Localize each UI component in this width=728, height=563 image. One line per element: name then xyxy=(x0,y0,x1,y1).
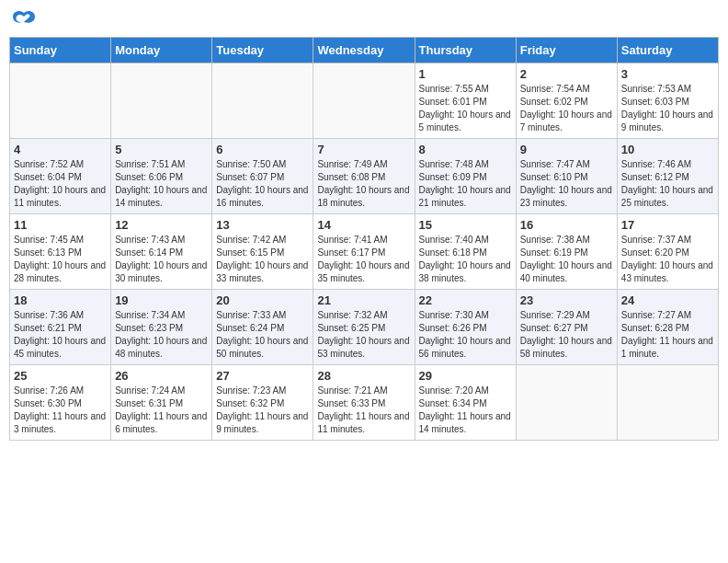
calendar-header-saturday: Saturday xyxy=(617,38,718,63)
day-number: 3 xyxy=(621,67,714,81)
calendar-day-cell: 5Sunrise: 7:51 AM Sunset: 6:06 PM Daylig… xyxy=(111,139,212,214)
day-number: 15 xyxy=(419,218,512,232)
day-number: 4 xyxy=(14,143,107,156)
day-number: 17 xyxy=(621,218,714,232)
logo-bird-icon xyxy=(11,9,37,29)
calendar-day-cell: 11Sunrise: 7:45 AM Sunset: 6:13 PM Dayli… xyxy=(10,214,111,290)
calendar-day-cell: 29Sunrise: 7:20 AM Sunset: 6:34 PM Dayli… xyxy=(415,365,516,441)
day-info: Sunrise: 7:42 AM Sunset: 6:15 PM Dayligh… xyxy=(216,234,309,285)
day-info: Sunrise: 7:54 AM Sunset: 6:02 PM Dayligh… xyxy=(520,83,613,134)
day-number: 26 xyxy=(115,369,208,383)
calendar-week-row: 18Sunrise: 7:36 AM Sunset: 6:21 PM Dayli… xyxy=(10,290,719,365)
day-number: 9 xyxy=(520,143,613,156)
day-number: 28 xyxy=(317,369,410,383)
calendar-day-cell: 17Sunrise: 7:37 AM Sunset: 6:20 PM Dayli… xyxy=(617,214,718,290)
calendar-header-row: SundayMondayTuesdayWednesdayThursdayFrid… xyxy=(10,38,719,63)
day-number: 23 xyxy=(520,293,613,307)
day-info: Sunrise: 7:38 AM Sunset: 6:19 PM Dayligh… xyxy=(520,234,613,285)
day-info: Sunrise: 7:55 AM Sunset: 6:01 PM Dayligh… xyxy=(419,83,512,134)
calendar-day-cell: 10Sunrise: 7:46 AM Sunset: 6:12 PM Dayli… xyxy=(617,139,718,214)
calendar-header-thursday: Thursday xyxy=(415,38,516,63)
day-number: 20 xyxy=(216,293,309,307)
calendar-day-cell: 12Sunrise: 7:43 AM Sunset: 6:14 PM Dayli… xyxy=(111,214,212,290)
calendar-day-cell: 28Sunrise: 7:21 AM Sunset: 6:33 PM Dayli… xyxy=(313,365,415,441)
day-info: Sunrise: 7:40 AM Sunset: 6:18 PM Dayligh… xyxy=(419,234,512,285)
calendar-day-cell: 24Sunrise: 7:27 AM Sunset: 6:28 PM Dayli… xyxy=(617,290,718,365)
day-info: Sunrise: 7:37 AM Sunset: 6:20 PM Dayligh… xyxy=(621,234,714,285)
day-number: 27 xyxy=(216,369,309,383)
calendar-day-cell: 15Sunrise: 7:40 AM Sunset: 6:18 PM Dayli… xyxy=(415,214,516,290)
calendar-day-cell: 2Sunrise: 7:54 AM Sunset: 6:02 PM Daylig… xyxy=(516,63,617,139)
logo xyxy=(9,9,37,29)
calendar-day-cell: 19Sunrise: 7:34 AM Sunset: 6:23 PM Dayli… xyxy=(111,290,212,365)
calendar-week-row: 1Sunrise: 7:55 AM Sunset: 6:01 PM Daylig… xyxy=(10,63,719,139)
day-number: 6 xyxy=(216,143,309,156)
day-number: 25 xyxy=(14,369,107,383)
day-info: Sunrise: 7:33 AM Sunset: 6:24 PM Dayligh… xyxy=(216,309,309,361)
calendar-day-cell: 6Sunrise: 7:50 AM Sunset: 6:07 PM Daylig… xyxy=(212,139,313,214)
calendar-header-wednesday: Wednesday xyxy=(313,38,415,63)
day-info: Sunrise: 7:36 AM Sunset: 6:21 PM Dayligh… xyxy=(14,309,107,361)
day-info: Sunrise: 7:29 AM Sunset: 6:27 PM Dayligh… xyxy=(520,309,613,361)
calendar-day-cell xyxy=(10,63,111,139)
calendar-day-cell: 25Sunrise: 7:26 AM Sunset: 6:30 PM Dayli… xyxy=(10,365,111,441)
calendar-day-cell xyxy=(111,63,212,139)
calendar-day-cell: 16Sunrise: 7:38 AM Sunset: 6:19 PM Dayli… xyxy=(516,214,617,290)
calendar-header-sunday: Sunday xyxy=(10,38,111,63)
day-info: Sunrise: 7:30 AM Sunset: 6:26 PM Dayligh… xyxy=(419,309,512,361)
day-info: Sunrise: 7:26 AM Sunset: 6:30 PM Dayligh… xyxy=(14,385,107,436)
calendar-day-cell: 9Sunrise: 7:47 AM Sunset: 6:10 PM Daylig… xyxy=(516,139,617,214)
calendar-day-cell: 3Sunrise: 7:53 AM Sunset: 6:03 PM Daylig… xyxy=(617,63,718,139)
day-number: 13 xyxy=(216,218,309,232)
day-info: Sunrise: 7:50 AM Sunset: 6:07 PM Dayligh… xyxy=(216,158,309,210)
day-number: 2 xyxy=(520,67,613,81)
day-number: 21 xyxy=(317,293,410,307)
day-info: Sunrise: 7:51 AM Sunset: 6:06 PM Dayligh… xyxy=(115,158,208,210)
calendar-day-cell xyxy=(617,365,718,441)
day-info: Sunrise: 7:23 AM Sunset: 6:32 PM Dayligh… xyxy=(216,385,309,436)
day-number: 7 xyxy=(317,143,410,156)
day-number: 24 xyxy=(621,293,714,307)
day-info: Sunrise: 7:27 AM Sunset: 6:28 PM Dayligh… xyxy=(621,309,714,361)
day-number: 8 xyxy=(419,143,512,156)
calendar-day-cell: 13Sunrise: 7:42 AM Sunset: 6:15 PM Dayli… xyxy=(212,214,313,290)
day-number: 29 xyxy=(419,369,512,383)
calendar-day-cell: 4Sunrise: 7:52 AM Sunset: 6:04 PM Daylig… xyxy=(10,139,111,214)
calendar-day-cell: 7Sunrise: 7:49 AM Sunset: 6:08 PM Daylig… xyxy=(313,139,415,214)
calendar-header-monday: Monday xyxy=(111,38,212,63)
calendar-day-cell: 23Sunrise: 7:29 AM Sunset: 6:27 PM Dayli… xyxy=(516,290,617,365)
day-number: 12 xyxy=(115,218,208,232)
day-number: 11 xyxy=(14,218,107,232)
calendar-week-row: 11Sunrise: 7:45 AM Sunset: 6:13 PM Dayli… xyxy=(10,214,719,290)
calendar-day-cell xyxy=(516,365,617,441)
calendar-day-cell: 26Sunrise: 7:24 AM Sunset: 6:31 PM Dayli… xyxy=(111,365,212,441)
header xyxy=(9,9,719,29)
calendar-header-friday: Friday xyxy=(516,38,617,63)
day-number: 19 xyxy=(115,293,208,307)
day-info: Sunrise: 7:49 AM Sunset: 6:08 PM Dayligh… xyxy=(317,158,410,210)
day-number: 10 xyxy=(621,143,714,156)
calendar-day-cell: 8Sunrise: 7:48 AM Sunset: 6:09 PM Daylig… xyxy=(415,139,516,214)
day-info: Sunrise: 7:24 AM Sunset: 6:31 PM Dayligh… xyxy=(115,385,208,436)
day-info: Sunrise: 7:41 AM Sunset: 6:17 PM Dayligh… xyxy=(317,234,410,285)
calendar-day-cell xyxy=(313,63,415,139)
day-number: 22 xyxy=(419,293,512,307)
calendar-week-row: 4Sunrise: 7:52 AM Sunset: 6:04 PM Daylig… xyxy=(10,139,719,214)
calendar-header-tuesday: Tuesday xyxy=(212,38,313,63)
calendar-day-cell: 27Sunrise: 7:23 AM Sunset: 6:32 PM Dayli… xyxy=(212,365,313,441)
day-info: Sunrise: 7:48 AM Sunset: 6:09 PM Dayligh… xyxy=(419,158,512,210)
day-info: Sunrise: 7:43 AM Sunset: 6:14 PM Dayligh… xyxy=(115,234,208,285)
day-info: Sunrise: 7:20 AM Sunset: 6:34 PM Dayligh… xyxy=(419,385,512,436)
day-info: Sunrise: 7:21 AM Sunset: 6:33 PM Dayligh… xyxy=(317,385,410,436)
day-info: Sunrise: 7:34 AM Sunset: 6:23 PM Dayligh… xyxy=(115,309,208,361)
day-info: Sunrise: 7:52 AM Sunset: 6:04 PM Dayligh… xyxy=(14,158,107,210)
calendar-day-cell: 14Sunrise: 7:41 AM Sunset: 6:17 PM Dayli… xyxy=(313,214,415,290)
calendar-day-cell xyxy=(212,63,313,139)
day-info: Sunrise: 7:45 AM Sunset: 6:13 PM Dayligh… xyxy=(14,234,107,285)
day-info: Sunrise: 7:46 AM Sunset: 6:12 PM Dayligh… xyxy=(621,158,714,210)
day-number: 14 xyxy=(317,218,410,232)
calendar-day-cell: 20Sunrise: 7:33 AM Sunset: 6:24 PM Dayli… xyxy=(212,290,313,365)
day-number: 18 xyxy=(14,293,107,307)
day-number: 1 xyxy=(419,67,512,81)
day-number: 16 xyxy=(520,218,613,232)
